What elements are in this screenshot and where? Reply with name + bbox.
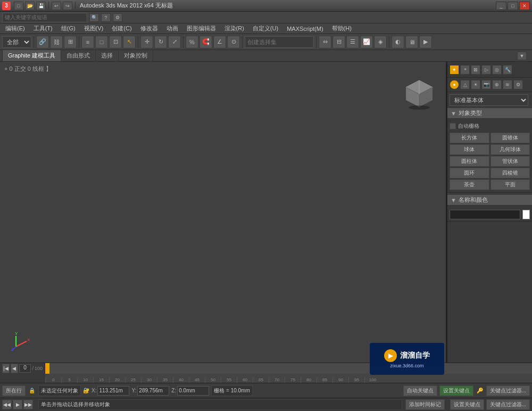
z-input[interactable] [177, 386, 209, 396]
plane-button[interactable]: 平面 [491, 179, 530, 190]
rotate-button[interactable]: ↻ [154, 36, 167, 48]
link-button[interactable]: 🔗 [36, 36, 49, 48]
utility-panel-icon[interactable]: 🔧 [503, 65, 512, 75]
name-color-header[interactable]: ▼ 名称和颜色 [447, 195, 532, 206]
next-frame-button[interactable]: ▶▶ [23, 400, 33, 409]
timeline-track[interactable] [45, 363, 532, 374]
select-button[interactable]: ↖ [123, 36, 136, 48]
move-button[interactable]: ✛ [140, 36, 153, 48]
render-setup-button[interactable]: 🖥 [405, 36, 418, 48]
window-crossing-button[interactable]: ⊡ [109, 36, 122, 48]
menu-create[interactable]: 创建(C) [107, 23, 136, 34]
curve-editor-button[interactable]: 📈 [360, 36, 373, 48]
angle-snap-button[interactable]: ∠ [213, 36, 226, 48]
play-button[interactable]: ▶ [13, 400, 22, 409]
key-filter-button[interactable]: 关键点过滤器... [486, 385, 530, 396]
viewport[interactable]: + 0 正交 0 线框 】 X [0, 62, 447, 363]
menu-tools[interactable]: 工具(T) [29, 23, 57, 34]
timeline-knob[interactable] [45, 363, 49, 374]
layer-button[interactable]: ☰ [346, 36, 359, 48]
redo-button[interactable]: ↪ [63, 2, 72, 10]
display-panel-icon[interactable]: ◎ [492, 65, 502, 75]
unlink-button[interactable]: ⛓ [50, 36, 63, 48]
graphite-tab-selection[interactable]: 选择 [96, 50, 119, 61]
minimize-button[interactable]: _ [496, 2, 506, 10]
geometry-icon[interactable]: ● [450, 80, 459, 89]
tube-button[interactable]: 管状体 [491, 156, 530, 167]
help-button[interactable]: ? [101, 13, 111, 22]
graphite-tab-freeform[interactable]: 自由形式 [61, 50, 96, 61]
motion-panel-icon[interactable]: ▷ [481, 65, 491, 75]
auto-grid-checkbox[interactable]: 自动栅格 [450, 122, 479, 130]
object-name-input[interactable] [450, 210, 520, 219]
torus-button[interactable]: 圆环 [450, 168, 489, 178]
schematic-button[interactable]: ◈ [374, 36, 387, 48]
material-button[interactable]: ◐ [392, 36, 404, 48]
select-region-button[interactable]: □ [95, 36, 108, 48]
status-select-mode[interactable]: 所在行 [2, 385, 26, 396]
cameras-icon[interactable]: 📷 [481, 80, 491, 89]
timeline-ruler[interactable]: 0 5 10 15 20 25 30 35 40 45 50 55 60 65 … [45, 374, 532, 383]
menu-customize[interactable]: 自定义(U) [248, 23, 282, 34]
snap-toggle-button[interactable]: 🧲 [200, 36, 212, 48]
object-type-header[interactable]: ▼ 对象类型 [447, 108, 532, 119]
sphere-button[interactable]: 球体 [450, 144, 489, 155]
menu-edit[interactable]: 编辑(E) [1, 23, 29, 34]
save-button[interactable]: 💾 [36, 2, 46, 10]
cone-button[interactable]: 圆锥体 [491, 133, 530, 143]
menu-maxscript[interactable]: MAXScript(M) [282, 24, 327, 33]
menu-view[interactable]: 视图(V) [80, 23, 108, 34]
layer-filter-dropdown[interactable]: 全部 [2, 36, 31, 48]
color-swatch[interactable] [522, 210, 530, 219]
shapes-icon[interactable]: △ [460, 80, 470, 89]
box-button[interactable]: 长方体 [450, 133, 489, 143]
menu-render[interactable]: 渲染(R) [220, 23, 248, 34]
auto-key-button[interactable]: 自动关键点 [403, 385, 437, 396]
helpers-icon[interactable]: ⊕ [492, 80, 502, 89]
menu-animation[interactable]: 动画 [162, 23, 182, 34]
render-button[interactable]: ▶ [419, 36, 432, 48]
graphite-tab-object[interactable]: 对象控制 [119, 50, 153, 61]
open-button[interactable]: 📂 [25, 2, 35, 10]
graphite-tab-modeling[interactable]: Graphite 建模工具 [2, 50, 61, 61]
timeline-prev-button[interactable]: ◀ [11, 364, 18, 373]
menu-help[interactable]: 帮助(H) [328, 23, 356, 34]
x-input[interactable] [97, 386, 129, 396]
menu-group[interactable]: 组(G) [57, 23, 80, 34]
object-type-dropdown[interactable]: 标准基本体 [450, 94, 528, 106]
set-key-btn-2[interactable]: 设置关键点 [450, 399, 484, 410]
bind-button[interactable]: ⊞ [64, 36, 77, 48]
cylinder-button[interactable]: 圆柱体 [450, 156, 489, 167]
menu-modifiers[interactable]: 修改器 [136, 23, 162, 34]
y-input[interactable] [137, 386, 169, 396]
systems-icon[interactable]: ⚙ [513, 80, 523, 89]
current-frame-input[interactable]: 0 [19, 364, 31, 373]
set-key-button[interactable]: 设置关键点 [439, 385, 473, 396]
undo-button[interactable]: ↩ [52, 2, 61, 10]
lights-icon[interactable]: ☀ [471, 80, 480, 89]
new-button[interactable]: □ [14, 2, 23, 10]
align-button[interactable]: ⊟ [332, 36, 345, 48]
spacewarps-icon[interactable]: ≋ [503, 80, 512, 89]
key-filter-btn-2[interactable]: 关键点过滤器... [486, 399, 530, 410]
graphite-settings-button[interactable]: ▼ [517, 52, 527, 60]
close-button[interactable]: ✕ [519, 2, 530, 10]
search-button[interactable]: 🔍 [89, 13, 99, 22]
scale-button[interactable]: ⤢ [168, 36, 181, 48]
menu-graph-editor[interactable]: 图形编辑器 [182, 23, 220, 34]
add-time-button[interactable]: 添加时间标记 [405, 399, 445, 410]
viewport-cube[interactable] [403, 78, 435, 110]
settings-button[interactable]: ⚙ [113, 13, 122, 22]
snap-button-2[interactable]: ⊙ [227, 36, 240, 48]
search-input[interactable] [2, 13, 87, 22]
pyramid-button[interactable]: 四棱锥 [491, 168, 530, 178]
mirror-button[interactable]: ⇔ [319, 36, 331, 48]
select-by-name-button[interactable]: ≡ [81, 36, 94, 48]
prev-frame-button[interactable]: ◀◀ [2, 400, 12, 409]
timeline-start-button[interactable]: |◀ [2, 364, 10, 373]
create-panel-icon[interactable]: ✦ [450, 65, 459, 75]
teapot-button[interactable]: 茶壶 [450, 179, 489, 190]
geo-sphere-button[interactable]: 几何球体 [491, 144, 530, 155]
hierarchy-panel-icon[interactable]: ⊠ [471, 65, 480, 75]
named-selection-input[interactable] [245, 36, 314, 48]
